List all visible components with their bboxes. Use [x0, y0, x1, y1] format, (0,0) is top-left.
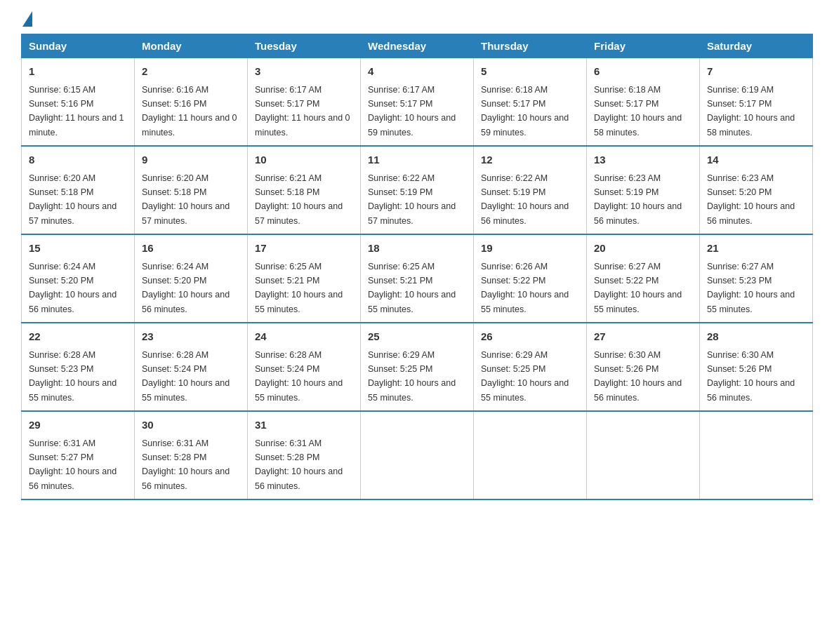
weekday-header-saturday: Saturday — [700, 34, 813, 58]
day-info: Sunrise: 6:18 AMSunset: 5:17 PMDaylight:… — [594, 85, 682, 137]
calendar-table: SundayMondayTuesdayWednesdayThursdayFrid… — [21, 34, 813, 500]
calendar-day-cell: 6 Sunrise: 6:18 AMSunset: 5:17 PMDayligh… — [587, 58, 700, 147]
day-info: Sunrise: 6:26 AMSunset: 5:22 PMDaylight:… — [481, 262, 569, 314]
calendar-day-cell: 18 Sunrise: 6:25 AMSunset: 5:21 PMDaylig… — [361, 234, 474, 323]
calendar-day-cell: 1 Sunrise: 6:15 AMSunset: 5:16 PMDayligh… — [22, 58, 135, 147]
calendar-day-cell: 20 Sunrise: 6:27 AMSunset: 5:22 PMDaylig… — [587, 234, 700, 323]
day-info: Sunrise: 6:15 AMSunset: 5:16 PMDaylight:… — [29, 85, 124, 137]
calendar-week-row: 29 Sunrise: 6:31 AMSunset: 5:27 PMDaylig… — [22, 411, 813, 499]
day-number: 30 — [142, 417, 240, 434]
calendar-day-cell: 11 Sunrise: 6:22 AMSunset: 5:19 PMDaylig… — [361, 146, 474, 234]
day-info: Sunrise: 6:25 AMSunset: 5:21 PMDaylight:… — [368, 262, 456, 314]
calendar-day-cell: 16 Sunrise: 6:24 AMSunset: 5:20 PMDaylig… — [135, 234, 248, 323]
day-number: 13 — [594, 152, 692, 168]
day-number: 17 — [255, 241, 353, 257]
day-info: Sunrise: 6:23 AMSunset: 5:19 PMDaylight:… — [594, 173, 682, 226]
day-info: Sunrise: 6:27 AMSunset: 5:22 PMDaylight:… — [594, 262, 682, 314]
day-number: 6 — [594, 64, 692, 80]
day-info: Sunrise: 6:31 AMSunset: 5:28 PMDaylight:… — [255, 438, 343, 491]
page-header — [21, 14, 813, 27]
weekday-header-tuesday: Tuesday — [248, 34, 361, 58]
logo-triangle-icon — [22, 11, 32, 27]
weekday-header-friday: Friday — [587, 34, 700, 58]
day-number: 18 — [368, 241, 466, 257]
calendar-day-cell: 12 Sunrise: 6:22 AMSunset: 5:19 PMDaylig… — [474, 146, 587, 234]
day-info: Sunrise: 6:27 AMSunset: 5:23 PMDaylight:… — [707, 262, 795, 314]
calendar-day-cell: 27 Sunrise: 6:30 AMSunset: 5:26 PMDaylig… — [587, 323, 700, 411]
day-info: Sunrise: 6:21 AMSunset: 5:18 PMDaylight:… — [255, 173, 343, 226]
calendar-day-cell: 13 Sunrise: 6:23 AMSunset: 5:19 PMDaylig… — [587, 146, 700, 234]
day-info: Sunrise: 6:29 AMSunset: 5:25 PMDaylight:… — [481, 350, 569, 403]
logo — [21, 14, 32, 27]
calendar-day-cell — [474, 411, 587, 499]
calendar-day-cell: 15 Sunrise: 6:24 AMSunset: 5:20 PMDaylig… — [22, 234, 135, 323]
day-number: 22 — [29, 329, 127, 345]
day-info: Sunrise: 6:28 AMSunset: 5:24 PMDaylight:… — [255, 350, 343, 403]
day-info: Sunrise: 6:22 AMSunset: 5:19 PMDaylight:… — [481, 173, 569, 226]
calendar-day-cell: 8 Sunrise: 6:20 AMSunset: 5:18 PMDayligh… — [22, 146, 135, 234]
calendar-day-cell: 30 Sunrise: 6:31 AMSunset: 5:28 PMDaylig… — [135, 411, 248, 499]
day-info: Sunrise: 6:31 AMSunset: 5:28 PMDaylight:… — [142, 438, 230, 491]
calendar-day-cell: 5 Sunrise: 6:18 AMSunset: 5:17 PMDayligh… — [474, 58, 587, 147]
calendar-week-row: 15 Sunrise: 6:24 AMSunset: 5:20 PMDaylig… — [22, 234, 813, 323]
calendar-day-cell — [587, 411, 700, 499]
day-number: 26 — [481, 329, 579, 345]
calendar-week-row: 8 Sunrise: 6:20 AMSunset: 5:18 PMDayligh… — [22, 146, 813, 234]
day-number: 24 — [255, 329, 353, 345]
day-number: 29 — [29, 417, 127, 434]
calendar-day-cell: 22 Sunrise: 6:28 AMSunset: 5:23 PMDaylig… — [22, 323, 135, 411]
day-number: 31 — [255, 417, 353, 434]
day-number: 3 — [255, 64, 353, 80]
day-number: 25 — [368, 329, 466, 345]
day-info: Sunrise: 6:19 AMSunset: 5:17 PMDaylight:… — [707, 85, 795, 137]
day-info: Sunrise: 6:30 AMSunset: 5:26 PMDaylight:… — [707, 350, 795, 403]
day-number: 21 — [707, 241, 805, 257]
day-number: 8 — [29, 152, 127, 168]
calendar-day-cell — [700, 411, 813, 499]
calendar-day-cell: 2 Sunrise: 6:16 AMSunset: 5:16 PMDayligh… — [135, 58, 248, 147]
calendar-week-row: 1 Sunrise: 6:15 AMSunset: 5:16 PMDayligh… — [22, 58, 813, 147]
day-info: Sunrise: 6:20 AMSunset: 5:18 PMDaylight:… — [29, 173, 117, 226]
day-info: Sunrise: 6:29 AMSunset: 5:25 PMDaylight:… — [368, 350, 456, 403]
calendar-day-cell: 28 Sunrise: 6:30 AMSunset: 5:26 PMDaylig… — [700, 323, 813, 411]
day-number: 14 — [707, 152, 805, 168]
calendar-day-cell: 19 Sunrise: 6:26 AMSunset: 5:22 PMDaylig… — [474, 234, 587, 323]
calendar-day-cell: 10 Sunrise: 6:21 AMSunset: 5:18 PMDaylig… — [248, 146, 361, 234]
calendar-day-cell: 14 Sunrise: 6:23 AMSunset: 5:20 PMDaylig… — [700, 146, 813, 234]
day-number: 19 — [481, 241, 579, 257]
day-info: Sunrise: 6:17 AMSunset: 5:17 PMDaylight:… — [368, 85, 456, 137]
day-info: Sunrise: 6:24 AMSunset: 5:20 PMDaylight:… — [29, 262, 117, 314]
day-number: 7 — [707, 64, 805, 80]
calendar-day-cell: 24 Sunrise: 6:28 AMSunset: 5:24 PMDaylig… — [248, 323, 361, 411]
day-info: Sunrise: 6:18 AMSunset: 5:17 PMDaylight:… — [481, 85, 569, 137]
calendar-day-cell: 29 Sunrise: 6:31 AMSunset: 5:27 PMDaylig… — [22, 411, 135, 499]
day-number: 2 — [142, 64, 240, 80]
day-info: Sunrise: 6:28 AMSunset: 5:24 PMDaylight:… — [142, 350, 230, 403]
day-info: Sunrise: 6:24 AMSunset: 5:20 PMDaylight:… — [142, 262, 230, 314]
day-info: Sunrise: 6:28 AMSunset: 5:23 PMDaylight:… — [29, 350, 117, 403]
day-number: 28 — [707, 329, 805, 345]
day-info: Sunrise: 6:31 AMSunset: 5:27 PMDaylight:… — [29, 438, 117, 491]
calendar-day-cell: 26 Sunrise: 6:29 AMSunset: 5:25 PMDaylig… — [474, 323, 587, 411]
day-number: 9 — [142, 152, 240, 168]
weekday-header-row: SundayMondayTuesdayWednesdayThursdayFrid… — [22, 34, 813, 58]
day-number: 5 — [481, 64, 579, 80]
calendar-day-cell: 7 Sunrise: 6:19 AMSunset: 5:17 PMDayligh… — [700, 58, 813, 147]
calendar-week-row: 22 Sunrise: 6:28 AMSunset: 5:23 PMDaylig… — [22, 323, 813, 411]
day-number: 4 — [368, 64, 466, 80]
day-info: Sunrise: 6:20 AMSunset: 5:18 PMDaylight:… — [142, 173, 230, 226]
day-info: Sunrise: 6:16 AMSunset: 5:16 PMDaylight:… — [142, 85, 237, 137]
calendar-day-cell: 31 Sunrise: 6:31 AMSunset: 5:28 PMDaylig… — [248, 411, 361, 499]
weekday-header-wednesday: Wednesday — [361, 34, 474, 58]
day-info: Sunrise: 6:25 AMSunset: 5:21 PMDaylight:… — [255, 262, 343, 314]
day-info: Sunrise: 6:30 AMSunset: 5:26 PMDaylight:… — [594, 350, 682, 403]
day-number: 10 — [255, 152, 353, 168]
day-number: 23 — [142, 329, 240, 345]
calendar-day-cell: 9 Sunrise: 6:20 AMSunset: 5:18 PMDayligh… — [135, 146, 248, 234]
calendar-day-cell: 17 Sunrise: 6:25 AMSunset: 5:21 PMDaylig… — [248, 234, 361, 323]
day-number: 1 — [29, 64, 127, 80]
day-info: Sunrise: 6:22 AMSunset: 5:19 PMDaylight:… — [368, 173, 456, 226]
day-number: 27 — [594, 329, 692, 345]
calendar-day-cell: 25 Sunrise: 6:29 AMSunset: 5:25 PMDaylig… — [361, 323, 474, 411]
day-number: 16 — [142, 241, 240, 257]
